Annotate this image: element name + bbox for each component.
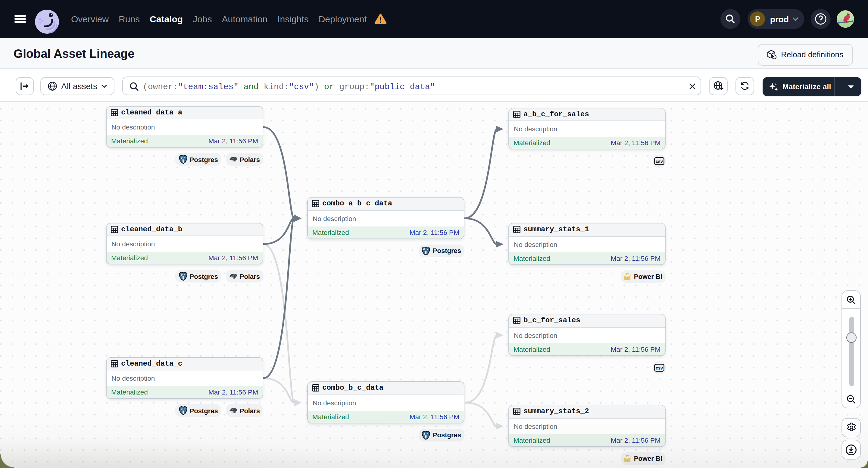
svg-text:csv: csv: [655, 159, 662, 164]
svg-text:csv: csv: [655, 365, 662, 370]
